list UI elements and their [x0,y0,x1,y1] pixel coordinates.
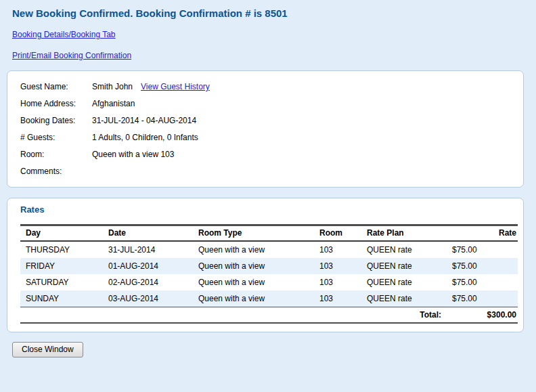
print-email-confirmation-link[interactable]: Print/Email Booking Confirmation [12,51,131,60]
cell-room-type: Queen with a view [193,258,314,274]
table-row: FRIDAY 01-AUG-2014 Queen with a view 103… [20,258,518,274]
col-header-day: Day [20,225,103,242]
cell-rate: $75.00 [447,274,518,290]
table-row: SATURDAY 02-AUG-2014 Queen with a view 1… [20,274,518,290]
cell-day: FRIDAY [20,258,103,274]
col-header-room: Room [314,225,361,242]
col-header-room-type: Room Type [193,225,314,242]
cell-rate: $75.00 [447,258,518,274]
room-row: Room:Queen with a view 103 [20,146,518,163]
cell-date: 31-JUL-2014 [103,241,193,258]
table-header-row: Day Date Room Type Room Rate Plan Rate [20,225,518,242]
guest-name-value: Smith John [92,82,133,91]
home-address-row: Home Address:Afghanistan [20,95,518,112]
cell-rate-plan: QUEEN rate [361,274,447,290]
view-guest-history-link[interactable]: View Guest History [141,82,210,91]
booking-dates-row: Booking Dates:31-JUL-2014 - 04-AUG-2014 [20,112,518,129]
cell-room: 103 [314,258,361,274]
booking-dates-label: Booking Dates: [20,112,92,129]
guest-name-label: Guest Name: [20,79,92,95]
col-header-date: Date [103,225,193,242]
cell-room: 103 [314,274,361,290]
cell-room-type: Queen with a view [193,290,314,307]
booking-dates-value: 31-JUL-2014 - 04-AUG-2014 [92,116,196,125]
total-value: $300.00 [447,307,518,324]
col-header-rate-plan: Rate Plan [361,225,447,242]
cell-room: 103 [314,241,361,258]
guest-details-panel: Guest Name:Smith JohnView Guest History … [7,70,524,188]
cell-date: 02-AUG-2014 [103,274,193,290]
home-address-value: Afghanistan [92,99,135,108]
home-address-label: Home Address: [20,95,92,112]
cell-room-type: Queen with a view [193,241,314,258]
comments-row: Comments: [20,163,518,180]
cell-rate-plan: QUEEN rate [361,290,447,307]
cell-room: 103 [314,290,361,307]
booking-confirmation-page: New Booking Confirmed. Booking Confirmat… [0,7,536,392]
booking-details-link[interactable]: Booking Details/Booking Tab [12,30,116,39]
col-header-rate: Rate [447,225,518,242]
num-guests-value: 1 Adults, 0 Children, 0 Infants [92,133,198,142]
rates-panel: Rates Day Date Room Type Room Rate Plan … [7,198,524,332]
cell-room-type: Queen with a view [193,274,314,290]
rates-heading: Rates [20,204,518,215]
room-value: Queen with a view 103 [92,150,174,159]
num-guests-row: # Guests:1 Adults, 0 Children, 0 Infants [20,129,518,146]
cell-day: THURSDAY [20,241,103,258]
cell-rate-plan: QUEEN rate [361,241,447,258]
cell-rate-plan: QUEEN rate [361,258,447,274]
cell-date: 03-AUG-2014 [103,290,193,307]
comments-label: Comments: [20,163,92,180]
num-guests-label: # Guests: [20,129,92,146]
cell-rate: $75.00 [447,241,518,258]
cell-day: SUNDAY [20,290,103,307]
cell-rate: $75.00 [447,290,518,307]
table-total-row: Total: $300.00 [20,307,518,324]
rates-table: Day Date Room Type Room Rate Plan Rate T… [20,224,518,324]
total-label: Total: [20,307,447,324]
room-label: Room: [20,146,92,163]
cell-date: 01-AUG-2014 [103,258,193,274]
close-window-button[interactable]: Close Window [12,342,83,357]
table-row: SUNDAY 03-AUG-2014 Queen with a view 103… [20,290,518,307]
page-title: New Booking Confirmed. Booking Confirmat… [12,7,536,19]
cell-day: SATURDAY [20,274,103,290]
table-row: THURSDAY 31-JUL-2014 Queen with a view 1… [20,241,518,258]
guest-name-row: Guest Name:Smith JohnView Guest History [20,79,518,95]
